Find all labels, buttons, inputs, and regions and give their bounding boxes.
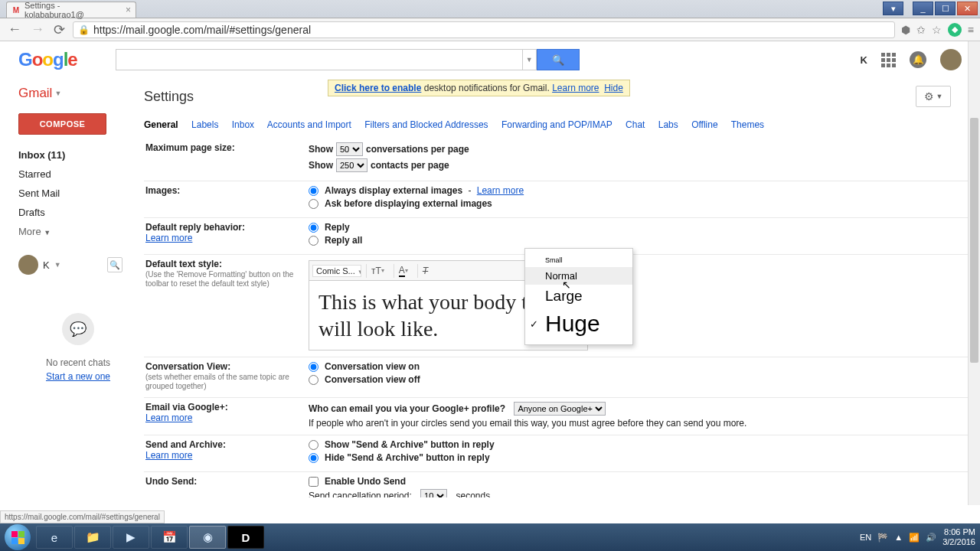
search-button[interactable]: 🔍 — [537, 49, 580, 70]
tab-chat[interactable]: Chat — [626, 119, 645, 130]
conv-view-off-radio[interactable] — [309, 375, 318, 385]
tray-expand-icon[interactable]: ▲ — [894, 533, 903, 542]
tab-labels[interactable]: Labels — [191, 119, 218, 130]
tab-themes[interactable]: Themes — [731, 119, 764, 130]
font-size-select[interactable]: тT ▾ — [366, 264, 389, 278]
start-chat-link[interactable]: Start a new one — [46, 371, 110, 382]
reply-all-radio[interactable] — [309, 236, 318, 246]
avatar[interactable] — [940, 49, 962, 70]
reply-radio[interactable] — [309, 223, 318, 233]
tray-network-icon[interactable]: 📶 — [909, 533, 920, 543]
back-button[interactable]: ← — [6, 21, 23, 37]
bookmark-icon[interactable]: ✩ — [916, 24, 926, 36]
settings-gear-button[interactable]: ⚙▼ — [916, 86, 951, 107]
text-color-icon: A — [399, 265, 405, 277]
window-close-button[interactable]: ✕ — [957, 2, 978, 15]
font-size-option-large[interactable]: Large — [525, 285, 632, 308]
conv-view-on-radio[interactable] — [309, 362, 318, 372]
chrome-menu-icon[interactable]: ≡ — [968, 24, 974, 36]
tab-filters[interactable]: Filters and Blocked Addresses — [364, 119, 488, 130]
apps-grid-icon[interactable] — [881, 53, 896, 67]
status-bar-url: https://mail.google.com/mail/#settings/g… — [0, 510, 165, 523]
label-text-style: Default text style: (Use the 'Remove For… — [144, 259, 309, 350]
font-size-option-huge[interactable]: ✓Huge — [525, 308, 632, 340]
images-always-radio[interactable] — [309, 186, 318, 196]
chat-empty-text: No recent chats Start a new one — [18, 356, 138, 383]
tray-flag-icon[interactable]: 🏁 — [877, 533, 888, 543]
browser-tab[interactable]: M Settings - kolababurao1@ × — [6, 2, 136, 18]
tab-offline[interactable]: Offline — [691, 119, 717, 130]
tray-lang[interactable]: EN — [860, 533, 871, 542]
tab-close-icon[interactable]: × — [126, 5, 131, 15]
tab-labs[interactable]: Labs — [658, 119, 678, 130]
reload-button[interactable]: ⟳ — [52, 21, 67, 38]
sidebar-item-inbox[interactable]: Inbox (11) — [18, 145, 138, 165]
undo-period-select[interactable]: 10 — [420, 489, 447, 497]
contacts-per-page-select[interactable]: 250 — [336, 158, 368, 172]
learn-more-link[interactable]: Learn more — [145, 450, 192, 461]
tab-inbox[interactable]: Inbox — [232, 119, 254, 130]
taskbar-calendar-icon[interactable]: 📅 — [151, 526, 188, 549]
send-archive-show-radio[interactable] — [309, 440, 318, 450]
label-reply: Default reply behavior: Learn more — [144, 222, 309, 248]
user-initial[interactable]: K — [861, 54, 867, 66]
undo-send-checkbox[interactable] — [309, 477, 318, 487]
chevron-down-icon: ▼ — [936, 93, 943, 100]
send-archive-hide-radio[interactable] — [309, 453, 318, 463]
hide-link[interactable]: Hide — [604, 83, 623, 93]
taskbar-ie-icon[interactable]: e — [36, 526, 73, 549]
conversations-per-page-select[interactable]: 50 — [336, 142, 363, 156]
extension-icon[interactable]: ☆ — [932, 24, 942, 36]
google-logo[interactable]: Google — [18, 49, 77, 70]
font-family-select[interactable]: Comic S... ▼ — [312, 265, 361, 277]
learn-more-link[interactable]: Learn more — [552, 83, 599, 93]
search-input[interactable]: ▼ — [116, 49, 537, 70]
taskbar-media-icon[interactable]: ▶ — [113, 526, 149, 549]
search-wrap: ▼ 🔍 — [116, 49, 580, 70]
hangouts-user-row[interactable]: K ▼ 🔍 — [18, 255, 138, 275]
gplus-who-select[interactable]: Anyone on Google+ — [514, 402, 606, 416]
address-bar[interactable]: 🔒 https://mail.google.com/mail/#settings… — [73, 21, 895, 38]
sidebar-item-starred[interactable]: Starred — [18, 165, 138, 184]
extension-icon[interactable]: ◆ — [948, 23, 962, 37]
compose-button[interactable]: COMPOSE — [18, 113, 106, 135]
tab-accounts[interactable]: Accounts and Import — [267, 119, 351, 130]
tab-forwarding[interactable]: Forwarding and POP/IMAP — [501, 119, 612, 130]
images-ask-radio[interactable] — [309, 199, 318, 209]
sidebar-item-drafts[interactable]: Drafts — [18, 203, 138, 222]
taskbar-explorer-icon[interactable]: 📁 — [74, 526, 111, 549]
avatar — [18, 255, 38, 275]
start-button[interactable] — [5, 524, 31, 550]
row-conversation-view: Conversation View: (sets whether emails … — [144, 357, 972, 398]
font-size-option-small[interactable]: Small — [525, 253, 632, 267]
search-field[interactable] — [116, 54, 522, 66]
scrollbar-thumb[interactable] — [970, 118, 978, 363]
chevron-down-icon: ▼ — [54, 261, 61, 269]
page-scrollbar[interactable] — [968, 41, 980, 505]
tray-clock[interactable]: 8:06 PM 3/2/2016 — [942, 527, 975, 546]
search-options-dropdown[interactable]: ▼ — [522, 50, 536, 70]
sidebar-item-sent[interactable]: Sent Mail — [18, 184, 138, 203]
notifications-icon[interactable]: 🔔 — [910, 51, 926, 68]
window-minimize-button[interactable]: _ — [913, 2, 933, 15]
product-switcher[interactable]: Gmail▼ — [18, 86, 138, 101]
hangouts-search-button[interactable]: 🔍 — [107, 257, 122, 272]
forward-button[interactable]: → — [29, 21, 46, 37]
learn-more-link[interactable]: Learn more — [145, 233, 192, 243]
tab-title: Settings - kolababurao1@ — [24, 1, 122, 19]
tray-volume-icon[interactable]: 🔊 — [926, 533, 936, 543]
tab-general[interactable]: General — [144, 119, 178, 130]
enable-notifications-link[interactable]: Click here to enable — [335, 83, 421, 93]
sidebar-item-more[interactable]: More ▼ — [18, 222, 138, 241]
font-color-select[interactable]: A ▾ — [394, 264, 413, 278]
extension-icon[interactable]: ⬢ — [901, 24, 910, 36]
learn-more-link[interactable]: Learn more — [145, 412, 192, 423]
taskbar-app-icon[interactable]: D — [227, 526, 264, 549]
window-maximize-button[interactable]: ☐ — [935, 2, 956, 15]
remove-formatting-button[interactable]: T — [417, 264, 433, 278]
learn-more-link[interactable]: Learn more — [477, 185, 524, 196]
window-menu-button[interactable]: ▾ — [883, 2, 903, 15]
label-page-size: Maximum page size: — [144, 142, 309, 174]
taskbar-chrome-icon[interactable]: ◉ — [189, 526, 226, 549]
font-size-option-normal[interactable]: Normal — [525, 267, 632, 285]
